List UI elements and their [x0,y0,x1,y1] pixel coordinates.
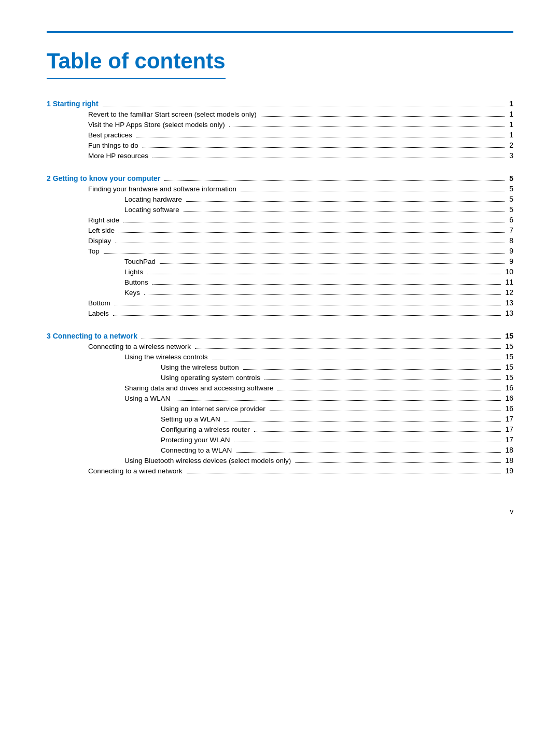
toc-page-1-6: 8 [507,236,513,245]
toc-entry-1-2: Locating hardware5 [47,195,513,203]
toc-text-2-3: Using the wireless button [47,363,241,371]
toc-entry-1-11: Keys12 [47,288,513,297]
section-1: 1 Starting right1Revert to the familiar … [47,100,513,160]
toc-text-1-13: Labels [47,310,111,317]
toc-entry-1-13: Labels13 [47,309,513,317]
toc-page-1-7: 9 [507,247,513,255]
toc-page-2-3: 15 [503,363,513,371]
toc-text-0-1: Revert to the familiar Start screen (sel… [47,110,259,118]
toc-dots-2-8 [225,421,501,421]
toc-dots-0-5 [152,158,505,158]
toc-entry-2-6: Using a WLAN16 [47,394,513,402]
toc-dots-2-5 [277,390,501,390]
toc-dots-2-7 [270,411,501,411]
toc-page-1-11: 12 [503,288,513,297]
toc-content: 1 Starting right1Revert to the familiar … [47,100,513,475]
toc-entry-2-4: Using operating system controls15 [47,373,513,382]
toc-entry-2-3: Using the wireless button15 [47,363,513,371]
toc-page-2-1: 15 [503,342,513,350]
toc-entry-2-7: Using an Internet service provider16 [47,404,513,413]
page-title: Table of contents [47,49,226,79]
toc-dots-1-9 [147,274,501,274]
toc-entry-1-5: Left side7 [47,226,513,234]
toc-entry-2-10: Protecting your WLAN17 [47,435,513,444]
toc-entry-2-5: Sharing data and drives and accessing so… [47,384,513,392]
toc-dots-2-4 [264,379,501,380]
section-3: 3 Connecting to a network15Connecting to… [47,332,513,475]
toc-page-2-0: 15 [503,332,513,340]
toc-page-1-8: 9 [507,257,513,265]
toc-dots-1-0 [164,180,505,181]
toc-text-1-6: Display [47,237,113,245]
toc-page-1-3: 5 [507,205,513,214]
toc-page-1-0: 5 [507,174,513,182]
page-footer: v [510,508,514,515]
toc-page-0-1: 1 [507,110,513,118]
toc-text-0-4: Fun things to do [47,142,141,149]
toc-page-1-10: 11 [503,278,513,286]
toc-dots-1-2 [186,201,505,202]
toc-entry-0-3: Best practices1 [47,131,513,139]
toc-page-2-5: 16 [503,384,513,392]
toc-dots-2-12 [295,462,501,463]
toc-text-1-2: Locating hardware [47,195,184,203]
section-2: 2 Getting to know your computer5Finding … [47,174,513,317]
toc-text-1-10: Buttons [47,278,150,286]
toc-dots-2-11 [236,452,501,453]
toc-entry-0-0: 1 Starting right1 [47,100,513,108]
page-container: Table of contents 1 Starting right1Rever… [0,0,560,531]
toc-text-1-9: Lights [47,268,145,276]
toc-dots-2-3 [243,369,501,370]
toc-entry-2-0: 3 Connecting to a network15 [47,332,513,340]
toc-text-1-4: Right side [47,216,121,224]
toc-text-2-1: Connecting to a wireless network [47,343,193,350]
toc-text-1-12: Bottom [47,299,113,307]
toc-text-0-5: More HP resources [47,152,150,160]
toc-text-2-13: Connecting to a wired network [47,467,185,475]
toc-text-0-2: Visit the HP Apps Store (select models o… [47,121,227,129]
toc-dots-1-6 [115,243,505,243]
toc-page-1-2: 5 [507,195,513,203]
toc-text-1-1: Finding your hardware and software infor… [47,185,239,193]
toc-dots-0-3 [136,137,505,137]
toc-dots-1-7 [104,253,505,254]
toc-entry-2-8: Setting up a WLAN17 [47,415,513,423]
toc-entry-0-5: More HP resources3 [47,151,513,160]
toc-dots-1-1 [241,191,505,191]
toc-dots-2-13 [187,473,501,473]
toc-dots-0-1 [261,116,505,117]
toc-dots-2-9 [254,431,501,432]
toc-entry-1-7: Top9 [47,247,513,255]
toc-entry-1-10: Buttons11 [47,278,513,286]
toc-dots-1-11 [144,294,501,295]
toc-entry-1-12: Bottom13 [47,299,513,307]
toc-dots-1-12 [115,305,501,305]
toc-text-2-4: Using operating system controls [47,374,262,382]
toc-entry-2-2: Using the wireless controls15 [47,353,513,361]
toc-entry-1-1: Finding your hardware and software infor… [47,185,513,193]
toc-entry-0-4: Fun things to do2 [47,141,513,149]
toc-text-1-11: Keys [47,289,142,297]
toc-entry-2-9: Configuring a wireless router17 [47,425,513,433]
toc-text-1-7: Top [47,247,102,255]
toc-dots-2-2 [212,359,501,359]
toc-page-2-8: 17 [503,415,513,423]
toc-entry-0-2: Visit the HP Apps Store (select models o… [47,120,513,129]
toc-page-0-5: 3 [507,151,513,160]
toc-entry-1-4: Right side6 [47,216,513,224]
toc-entry-2-12: Using Bluetooth wireless devices (select… [47,456,513,465]
toc-page-2-9: 17 [503,425,513,433]
toc-text-2-0: 3 Connecting to a network [47,332,139,340]
toc-page-0-0: 1 [507,100,513,108]
toc-dots-2-1 [195,348,501,349]
toc-dots-1-4 [123,222,505,222]
toc-page-2-7: 16 [503,404,513,413]
toc-entry-2-13: Connecting to a wired network19 [47,467,513,475]
toc-text-1-3: Locating software [47,206,181,214]
toc-page-0-2: 1 [507,120,513,129]
toc-text-2-11: Connecting to a WLAN [47,446,234,454]
toc-dots-0-4 [143,147,505,148]
toc-entry-1-0: 2 Getting to know your computer5 [47,174,513,182]
toc-text-0-3: Best practices [47,131,134,139]
toc-dots-1-13 [113,315,501,316]
